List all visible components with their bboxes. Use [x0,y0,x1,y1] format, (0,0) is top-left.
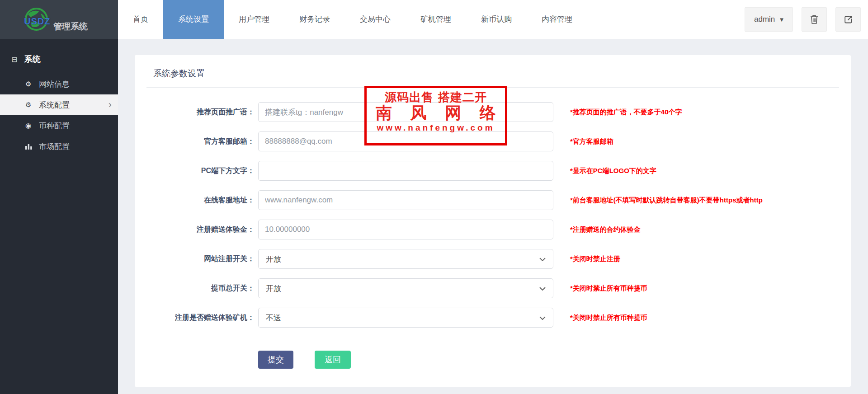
nav-tab[interactable]: 财务记录 [284,0,345,39]
form-label: 注册是否赠送体验矿机： [135,313,255,323]
sidebar-item[interactable]: ⚙ 系统配置 › [0,94,118,115]
form-hint: *推荐页面的推广语，不要多于40个字 [570,108,682,117]
settings-form: 推荐页面推广语： *推荐页面的推广语，不要多于40个字 官方客服邮箱： *官方客… [135,102,851,328]
form-hint: *显示在PC端LOGO下的文字 [570,167,656,175]
form-input[interactable] [258,220,553,239]
form-hint: *官方客服邮箱 [570,137,613,146]
form-select[interactable]: 不送 [258,308,553,328]
topbar: USDZ 管理系统 首页系统设置用户管理财务记录交易中心矿机管理新币认购内容管理… [0,0,868,39]
form-row: PC端下方文字： *显示在PC端LOGO下的文字 [135,161,851,181]
chevron-down-icon [539,254,546,263]
sidebar-item-label: 市场配置 [39,141,70,152]
circle-dot-icon: ◉ [25,122,39,130]
app-logo: USDZ 管理系统 [0,0,118,39]
trash-icon [810,14,819,24]
back-button[interactable]: 返回 [315,351,351,369]
user-menu-button[interactable]: admin ▼ [745,7,793,32]
logout-icon [844,15,853,24]
nav-tab[interactable]: 交易中心 [345,0,406,39]
trash-button[interactable] [802,7,827,32]
nav-tab[interactable]: 内容管理 [527,0,587,39]
sidebar-item[interactable]: ⚙ 网站信息 › [0,74,118,94]
logo-badge: USDZ [24,16,50,27]
form-row: 官方客服邮箱： *官方客服邮箱 [135,131,851,151]
sidebar-item[interactable]: 市场配置 › [0,136,118,157]
form-select[interactable]: 开放 [258,278,553,298]
gear-icon: ⚙ [25,80,39,88]
form-input[interactable] [258,131,553,151]
main-content: 系统参数设置 推荐页面推广语： *推荐页面的推广语，不要多于40个字 官方客服邮… [118,39,868,394]
chevron-down-icon [539,284,546,293]
logout-button[interactable] [835,7,861,32]
settings-card: 系统参数设置 推荐页面推广语： *推荐页面的推广语，不要多于40个字 官方客服邮… [135,55,851,387]
form-hint: *关闭时禁止所有币种提币 [570,314,647,322]
gear-icon: ⚙ [25,101,39,109]
form-label: 注册赠送体验金： [135,225,255,235]
sidebar-section-label: 系统 [24,54,40,65]
form-hint: *前台客服地址(不填写时默认跳转自带客服)不要带https或者http [570,196,763,205]
form-row: 注册是否赠送体验矿机： 不送 *关闭时禁止所有币种提币 [135,308,851,328]
chevron-right-icon: › [108,100,112,110]
sidebar-item-label: 币种配置 [39,121,70,131]
form-input[interactable] [258,161,553,181]
form-row: 提币总开关： 开放 *关闭时禁止所有币种提币 [135,278,851,298]
sidebar-section-system[interactable]: ⊟ 系统 [0,39,118,65]
form-label: PC端下方文字： [135,166,255,176]
form-input[interactable] [258,190,553,210]
form-select[interactable]: 开放 [258,249,553,269]
form-label: 网站注册开关： [135,254,255,264]
form-hint: *注册赠送的合约体验金 [570,225,641,234]
form-row: 注册赠送体验金： *注册赠送的合约体验金 [135,220,851,239]
sidebar-menu: ⚙ 网站信息 › ⚙ 系统配置 › ◉ 币种配置 › 市场配置 › [0,74,118,157]
app-title: 管理系统 [53,21,88,33]
form-hint: *关闭时禁止注册 [570,255,620,263]
topbar-actions: admin ▼ [745,0,868,39]
form-row: 推荐页面推广语： *推荐页面的推广语，不要多于40个字 [135,102,851,122]
nav-tab[interactable]: 用户管理 [224,0,284,39]
form-actions: 提交 返回 [258,351,851,369]
form-label: 推荐页面推广语： [135,108,255,117]
form-row: 网站注册开关： 开放 *关闭时禁止注册 [135,249,851,269]
user-menu-label: admin [754,15,775,24]
title-divider [146,87,839,88]
submit-button[interactable]: 提交 [258,351,293,369]
page-title: 系统参数设置 [135,55,851,79]
nav-tab[interactable]: 首页 [118,0,163,39]
nav-tab[interactable]: 矿机管理 [406,0,466,39]
chevron-down-icon [539,313,546,322]
form-label: 提币总开关： [135,284,255,293]
form-label: 在线客服地址： [135,196,255,205]
form-label: 官方客服邮箱： [135,137,255,146]
form-hint: *关闭时禁止所有币种提币 [570,284,647,293]
collapse-icon: ⊟ [11,55,17,64]
top-nav: 首页系统设置用户管理财务记录交易中心矿机管理新币认购内容管理 [118,0,587,39]
bar-chart-icon [25,143,39,150]
form-input[interactable] [258,102,553,122]
nav-tab[interactable]: 新币认购 [466,0,527,39]
sidebar: ⊟ 系统 ⚙ 网站信息 › ⚙ 系统配置 › ◉ 币种配置 › 市场配置 › [0,39,118,394]
sidebar-item[interactable]: ◉ 币种配置 › [0,115,118,136]
sidebar-item-label: 系统配置 [39,100,70,110]
form-row: 在线客服地址： *前台客服地址(不填写时默认跳转自带客服)不要带https或者h… [135,190,851,210]
sidebar-item-label: 网站信息 [39,79,70,89]
nav-tab[interactable]: 系统设置 [163,0,224,39]
caret-down-icon: ▼ [780,17,783,22]
